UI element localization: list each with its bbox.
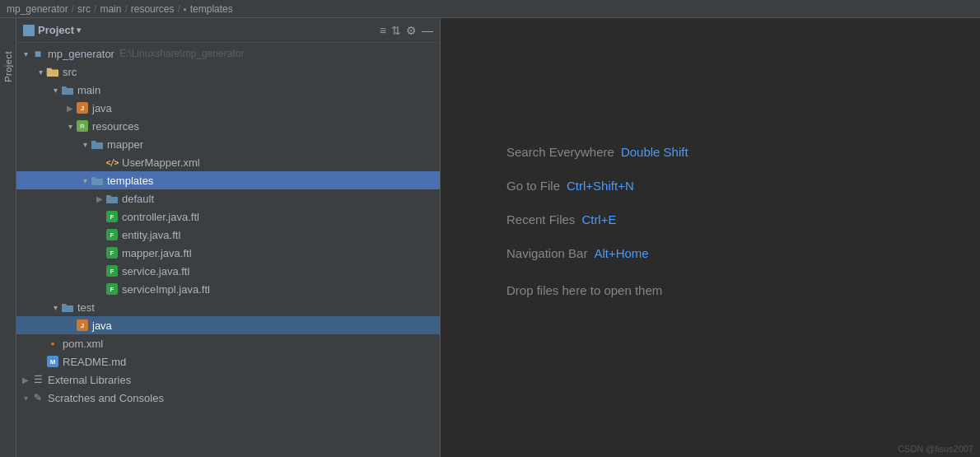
tree-item-label: java: [92, 319, 112, 332]
tree-item-label: serviceImpl.java.ftl: [122, 283, 210, 296]
settings-button[interactable]: ⚙: [406, 24, 417, 37]
folder-icon: [91, 174, 104, 187]
shortcut-label: Recent Files: [506, 212, 575, 226]
shortcut-key: Double Shift: [621, 145, 688, 159]
breadcrumb-part-3[interactable]: main: [100, 3, 121, 15]
panel-title-label: Project: [38, 24, 74, 36]
breadcrumb-folder-icon: ▪: [184, 4, 187, 14]
tree-item[interactable]: ▾templates: [16, 171, 440, 189]
shortcut-key: Ctrl+Shift+N: [567, 179, 634, 193]
panel-dropdown-arrow: ▾: [77, 26, 81, 35]
close-button[interactable]: —: [422, 24, 433, 37]
tree-item[interactable]: ▶☰External Libraries: [16, 371, 440, 389]
breadcrumb-sep-3: /: [124, 3, 127, 15]
tree-arrow[interactable]: ▾: [20, 394, 31, 403]
folder-java-icon: J: [76, 319, 89, 332]
lib-icon: ☰: [31, 373, 44, 386]
tree-arrow[interactable]: ▾: [35, 68, 46, 77]
tree-arrow[interactable]: ▾: [79, 176, 91, 185]
folder-resources-icon: R: [76, 119, 89, 133]
scratch-icon: ✎: [31, 391, 44, 404]
ftl-icon: F: [105, 228, 119, 241]
tree-item-label: test: [77, 301, 95, 314]
tree-item-label: mp_generator: [48, 48, 114, 60]
breadcrumb-part-4[interactable]: resources: [131, 3, 175, 15]
tree-arrow[interactable]: ▾: [49, 86, 61, 95]
tree-item-label: main: [77, 84, 100, 96]
tree-item-label: templates: [107, 175, 153, 187]
tree-item[interactable]: ▾main: [16, 81, 440, 99]
breadcrumb-sep-1: /: [72, 3, 74, 15]
tree-item[interactable]: FserviceImpl.java.ftl: [16, 280, 440, 298]
panel-title-area: Project ▾: [23, 24, 376, 36]
shortcut-row-recent-files: Recent FilesCtrl+E: [506, 212, 688, 226]
tree-arrow[interactable]: ▾: [79, 140, 91, 149]
breadcrumb-sep-4: /: [177, 3, 180, 15]
tree-item[interactable]: ▾✎Scratches and Consoles: [16, 389, 440, 407]
tree-item[interactable]: ▶default: [16, 189, 440, 208]
panel-toolbar-icons: ≡ ⇅ ⚙ —: [380, 24, 433, 37]
tree-item-label: resources: [92, 120, 139, 133]
tree-arrow[interactable]: ▾: [49, 303, 61, 312]
folder-icon: [91, 138, 104, 151]
tree-item[interactable]: MREADME.md: [16, 352, 440, 371]
tree-item-label: entity.java.ftl: [122, 229, 180, 241]
collapse-all-button[interactable]: ≡: [380, 24, 386, 37]
tree-arrow[interactable]: ▾: [20, 49, 31, 58]
shortcut-row-search-everywhere: Search EverywhereDouble Shift: [506, 145, 688, 159]
tree-item[interactable]: Fmapper.java.ftl: [16, 244, 440, 262]
tree-arrow[interactable]: ▶: [20, 375, 31, 385]
md-icon: M: [46, 355, 59, 368]
panel-dropdown-button[interactable]: Project ▾: [38, 24, 81, 36]
right-panel: Search EverywhereDouble ShiftGo to FileC…: [441, 18, 980, 457]
tree-item[interactable]: ▾mapper: [16, 135, 440, 153]
watermark: CSDN @lisus2007: [898, 444, 973, 454]
tree-item[interactable]: ▶Jjava: [16, 99, 440, 117]
panel-folder-icon: [23, 25, 35, 36]
tree-item[interactable]: Fentity.java.ftl: [16, 226, 440, 244]
tree-item[interactable]: </>UserMapper.xml: [16, 153, 440, 171]
tree-arrow[interactable]: ▶: [94, 194, 105, 203]
folder-java-icon: J: [76, 101, 89, 114]
tree-item[interactable]: Fcontroller.java.ftl: [16, 208, 440, 226]
folder-icon: [61, 83, 74, 96]
ftl-icon: F: [105, 282, 119, 296]
tree-item[interactable]: ▾src: [16, 63, 440, 81]
ftl-icon: F: [105, 264, 119, 277]
module-icon: ■: [31, 47, 44, 60]
file-tree[interactable]: ▾■mp_generatorE:\Linuxshare\mp_generator…: [16, 43, 440, 457]
tree-item[interactable]: ▾Rresources: [16, 117, 440, 135]
ftl-icon: F: [105, 246, 119, 259]
project-panel: Project ▾ ≡ ⇅ ⚙ — ▾■mp_generatorE:\Linux…: [16, 18, 441, 457]
shortcut-label: Navigation Bar: [506, 246, 587, 260]
breadcrumb-part-2[interactable]: src: [77, 3, 91, 15]
panel-header: Project ▾ ≡ ⇅ ⚙ —: [16, 18, 440, 43]
breadcrumb-part-1[interactable]: mp_generator: [7, 3, 68, 15]
tree-item-label: External Libraries: [48, 374, 131, 386]
tree-item-label: mapper: [107, 138, 143, 151]
tree-item-label: java: [92, 102, 112, 114]
tree-item-label: controller.java.ftl: [122, 211, 199, 223]
tree-item-label: Scratches and Consoles: [48, 392, 164, 404]
split-button[interactable]: ⇅: [391, 24, 401, 37]
breadcrumb-sep-2: /: [94, 3, 96, 15]
tree-item[interactable]: ▪pom.xml: [16, 334, 440, 352]
tree-arrow[interactable]: ▾: [64, 122, 76, 131]
folder-src-icon: [46, 65, 59, 78]
tree-item[interactable]: Jjava: [16, 316, 440, 334]
tree-arrow[interactable]: ▶: [64, 104, 76, 113]
tree-item-label: src: [63, 66, 77, 78]
tree-item-label: mapper.java.ftl: [122, 247, 192, 259]
ftl-icon: F: [105, 210, 119, 223]
tree-item[interactable]: Fservice.java.ftl: [16, 262, 440, 280]
folder-icon: [105, 192, 119, 205]
breadcrumb-part-5[interactable]: templates: [190, 3, 233, 15]
vertical-tab-project[interactable]: Project: [0, 18, 16, 457]
shortcut-key: Ctrl+E: [581, 212, 616, 226]
tree-item-label: service.java.ftl: [122, 265, 189, 277]
shortcut-row-navigation-bar: Navigation BarAlt+Home: [506, 246, 688, 260]
shortcuts-list: Search EverywhereDouble ShiftGo to FileC…: [506, 145, 688, 280]
vertical-tab-label: Project: [3, 51, 13, 82]
tree-item[interactable]: ▾test: [16, 298, 440, 316]
tree-item[interactable]: ▾■mp_generatorE:\Linuxshare\mp_generator: [16, 44, 440, 63]
